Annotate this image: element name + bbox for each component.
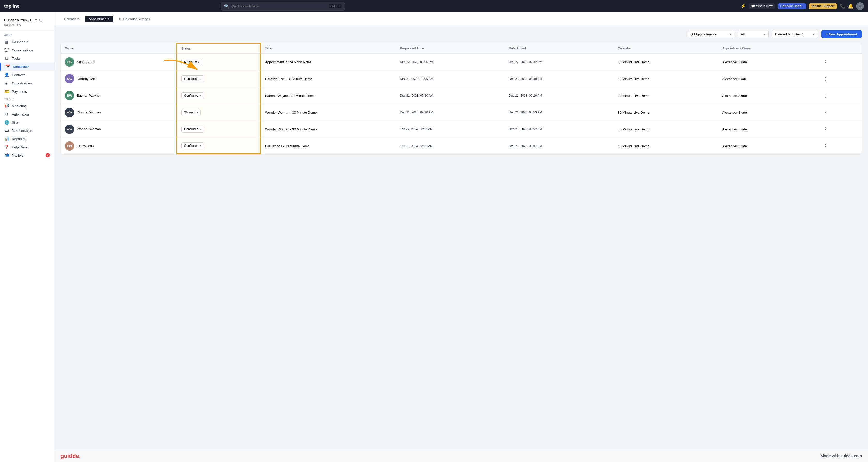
sidebar-item-opportunities[interactable]: ◈ Opportunities xyxy=(0,79,54,87)
table-row: EW Elle Woods Confirmed ▾ Elle Woods - 3… xyxy=(61,138,862,154)
cell-title: Appointment in the North Pole! xyxy=(261,54,396,70)
chevron-down-icon: ▾ xyxy=(764,32,765,36)
status-dropdown[interactable]: Confirmed ▾ xyxy=(181,92,204,99)
cell-owner: Alexander Skatell xyxy=(718,121,817,138)
appointments-table: Name Status Title Requested Time Date Ad… xyxy=(60,43,862,155)
contact-avatar: SC xyxy=(65,57,74,67)
cell-status: Confirmed ▾ xyxy=(177,138,261,154)
row-more-button[interactable]: ⋮ xyxy=(821,125,830,133)
guidde-footer: guidde. Made with guidde.com xyxy=(54,450,868,462)
memberships-icon: 🏷 xyxy=(4,128,9,133)
status-dropdown[interactable]: Showed ▾ xyxy=(181,109,201,116)
cell-title: Dorothy Gale - 30 Minute Demo xyxy=(261,70,396,87)
table-row: WW Wonder Woman Showed ▾ Wonder Woman - … xyxy=(61,104,862,121)
cell-owner: Alexander Skatell xyxy=(718,138,817,154)
cell-status: Confirmed ▾ xyxy=(177,87,261,104)
sidebar-item-automation[interactable]: ⚙ Automation xyxy=(0,110,54,118)
status-label: Confirmed xyxy=(184,144,198,148)
status-dropdown[interactable]: No Show ▾ xyxy=(181,59,202,65)
support-badge[interactable]: topline Support xyxy=(809,3,837,9)
col-header-title: Title xyxy=(261,43,396,54)
chevron-down-icon: ▾ xyxy=(198,61,199,64)
sidebar-item-dashboard[interactable]: ▦ Dashboard xyxy=(0,38,54,46)
filter-all-dropdown[interactable]: All ▾ xyxy=(738,30,769,38)
cell-requested-time: Dec 21, 2023, 09:30 AM xyxy=(396,87,505,104)
tools-section-label: Tools xyxy=(0,96,54,102)
tab-calendar-settings[interactable]: ⚙ Calendar Settings xyxy=(115,16,153,23)
status-dropdown[interactable]: Confirmed ▾ xyxy=(181,142,204,149)
toolbar: All Appointments ▾ All ▾ Date Added (Des… xyxy=(54,26,868,43)
contact-name: Wonder Woman xyxy=(77,127,101,131)
search-input[interactable] xyxy=(231,4,327,8)
tasks-icon: ☑ xyxy=(4,56,9,61)
cell-status: No Show ▾ xyxy=(177,54,261,70)
status-dropdown[interactable]: Confirmed ▾ xyxy=(181,75,204,82)
scheduler-icon: 📅 xyxy=(5,64,10,69)
cell-owner: Alexander Skatell xyxy=(718,54,817,70)
cell-date-added: Dec 21, 2023, 09:29 AM xyxy=(505,87,614,104)
chevron-down-icon: ▾ xyxy=(729,32,731,36)
guidde-logo: guidde. xyxy=(60,453,81,459)
sidebar-item-label: Contacts xyxy=(12,73,25,77)
cell-actions: ⋮ xyxy=(817,87,862,104)
cell-title: Elle Woods - 30 Minute Demo xyxy=(261,138,396,154)
cell-status: Confirmed ▾ xyxy=(177,70,261,87)
row-more-button[interactable]: ⋮ xyxy=(821,142,830,150)
sidebar-item-contacts[interactable]: 👤 Contacts xyxy=(0,71,54,79)
sidebar-item-mailfold[interactable]: 📬 Mailfold 4 xyxy=(0,151,54,159)
sort-dropdown[interactable]: Date Added (Desc) ▾ xyxy=(772,30,818,38)
status-label: No Show xyxy=(184,60,197,64)
notifications-icon[interactable]: 🔔 xyxy=(848,3,854,9)
sidebar-item-label: Help Desk xyxy=(12,145,27,149)
contact-name: Dorothy Gale xyxy=(77,77,97,81)
phone-icon[interactable]: 📞 xyxy=(840,3,845,9)
sidebar-item-label: Automation xyxy=(12,113,29,116)
apps-section-label: Apps xyxy=(0,32,54,38)
sidebar-item-label: Sites xyxy=(12,121,20,125)
status-dropdown[interactable]: Confirmed ▾ xyxy=(181,126,204,132)
col-header-date-added: Date Added xyxy=(505,43,614,54)
cell-actions: ⋮ xyxy=(817,104,862,121)
company-selector[interactable]: Dunder Mifflin [D... ▾ ⊟ Scranton, PA xyxy=(0,16,54,29)
table-row: BW Batman Wayne Confirmed ▾ Batman Wayne… xyxy=(61,87,862,104)
user-avatar[interactable]: U xyxy=(856,2,864,10)
settings-icon: ⚙ xyxy=(119,17,122,21)
row-more-button[interactable]: ⋮ xyxy=(821,58,830,66)
filter-appointments-dropdown[interactable]: All Appointments ▾ xyxy=(688,30,735,38)
chat-icon: 💬 xyxy=(751,4,755,8)
sidebar-item-scheduler[interactable]: 📅 Scheduler xyxy=(0,63,54,71)
tab-calendars[interactable]: Calendars xyxy=(60,16,83,23)
row-more-button[interactable]: ⋮ xyxy=(821,92,830,99)
cell-name: SC Santa Claus xyxy=(61,54,177,70)
sidebar-item-sites[interactable]: 🌐 Sites xyxy=(0,118,54,127)
app-body: Dunder Mifflin [D... ▾ ⊟ Scranton, PA Ap… xyxy=(0,12,868,462)
row-more-button[interactable]: ⋮ xyxy=(821,109,830,116)
sidebar-item-conversations[interactable]: 💬 Conversations xyxy=(0,46,54,54)
sidebar-item-reporting[interactable]: 📊 Reporting xyxy=(0,134,54,143)
cell-actions: ⋮ xyxy=(817,138,862,154)
opportunities-icon: ◈ xyxy=(4,81,9,86)
contact-avatar: EW xyxy=(65,141,74,151)
sidebar-item-marketing[interactable]: 📢 Marketing xyxy=(0,102,54,110)
calendar-update-badge[interactable]: Calendar Upda... xyxy=(778,3,807,9)
row-more-button[interactable]: ⋮ xyxy=(821,75,830,83)
sidebar-item-tasks[interactable]: ☑ Tasks xyxy=(0,54,54,63)
cell-date-added: Dec 21, 2023, 08:51 AM xyxy=(505,138,614,154)
sidebar-item-label: Conversations xyxy=(12,48,33,52)
sidebar-item-memberships[interactable]: 🏷 Memberships xyxy=(0,127,54,134)
sidebar-item-helpdesk[interactable]: ❓ Help Desk xyxy=(0,143,54,151)
lightning-icon[interactable]: ⚡ xyxy=(740,3,746,9)
sidebar-item-label: Dashboard xyxy=(12,40,28,44)
appointments-table-container: Name Status Title Requested Time Date Ad… xyxy=(54,43,868,450)
whats-new-badge[interactable]: 💬 What's New xyxy=(749,3,775,9)
marketing-icon: 📢 xyxy=(4,103,9,108)
new-appointment-button[interactable]: + New Appointment xyxy=(821,30,862,38)
contact-avatar: BW xyxy=(65,91,74,100)
search-bar[interactable]: 🔍 Ctrl + K xyxy=(221,2,345,10)
col-header-owner: Appointment Owner xyxy=(718,43,817,54)
app-logo: topline xyxy=(4,4,20,9)
sidebar-item-payments[interactable]: 💳 Payments xyxy=(0,87,54,96)
sidebar-toggle-icon[interactable]: ⊟ xyxy=(39,18,42,23)
cell-calendar: 30 Minute Live Demo xyxy=(614,138,718,154)
tab-appointments[interactable]: Appointments xyxy=(85,16,113,23)
